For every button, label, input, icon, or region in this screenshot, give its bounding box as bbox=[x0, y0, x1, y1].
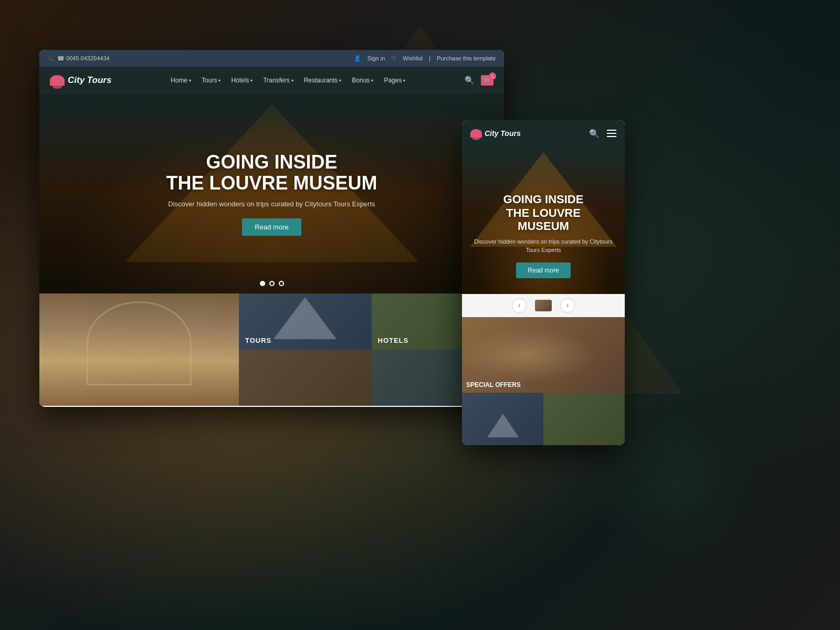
mobile-hero: GOING INSIDE THE LOUVRE MUSEUM Discover … bbox=[462, 147, 625, 294]
mobile-read-more-button[interactable]: Read more bbox=[516, 262, 570, 278]
gallery-main-photo bbox=[39, 293, 239, 406]
mobile-gallery-photo-2[interactable] bbox=[462, 393, 543, 445]
mobile-nav: City Tours 🔍 bbox=[462, 120, 625, 147]
phone-number: ☎ 0045 043204434 bbox=[57, 55, 110, 62]
mobile-logo-icon bbox=[470, 129, 482, 138]
nav-link-transfers[interactable]: Transfers bbox=[263, 77, 293, 84]
mobile-logo-text: City Tours bbox=[485, 129, 521, 138]
mobile-window: City Tours 🔍 GOING INSIDE THE LOUVRE MUS… bbox=[462, 120, 625, 445]
dot-3[interactable] bbox=[279, 281, 284, 286]
dot-2[interactable] bbox=[269, 281, 275, 286]
mobile-gallery: SPECIAL OFFERS bbox=[462, 317, 625, 445]
desktop-hero: GOING INSIDE THE LOUVRE MUSEUM Discover … bbox=[39, 94, 504, 293]
signin-link[interactable]: Sign in bbox=[368, 55, 385, 61]
gallery-tours-photo[interactable]: TOURS bbox=[239, 293, 372, 350]
tours-label: TOURS bbox=[245, 337, 271, 344]
carousel-prev-button[interactable]: ‹ bbox=[512, 298, 527, 313]
gallery-photo-3[interactable] bbox=[239, 350, 372, 406]
nav-link-tours[interactable]: Tours bbox=[202, 77, 220, 84]
nav-icons: 🔍 🛒 1 bbox=[465, 75, 494, 86]
carousel-next-button[interactable]: › bbox=[560, 298, 575, 313]
nav-bar: City Tours Home Tours Hotels Transfers R… bbox=[39, 67, 504, 94]
hero-title: GOING INSIDE THE LOUVRE MUSEUM bbox=[166, 152, 377, 193]
mobile-special-offers-label: SPECIAL OFFERS bbox=[466, 381, 521, 388]
phone-icon: 📞 bbox=[48, 55, 55, 62]
top-bar: 📞 ☎ 0045 043204434 👤 Sign in ♡ Wishlist … bbox=[39, 50, 504, 67]
nav-item-home[interactable]: Home bbox=[171, 77, 191, 84]
hero-subtitle: Discover hidden wonders on trips curated… bbox=[166, 200, 377, 208]
wishlist-link[interactable]: Wishlist bbox=[403, 55, 423, 61]
mobile-gallery-photo-3[interactable] bbox=[543, 393, 625, 445]
nav-link-restaurants[interactable]: Restaurants bbox=[304, 77, 342, 84]
nav-item-restaurants[interactable]: Restaurants bbox=[304, 77, 342, 84]
logo-text: City Tours bbox=[68, 75, 111, 86]
mobile-special-offers-photo[interactable]: SPECIAL OFFERS bbox=[462, 317, 625, 393]
cart-button[interactable]: 🛒 1 bbox=[481, 75, 494, 86]
mobile-nav-icons: 🔍 bbox=[589, 129, 616, 139]
nav-item-transfers[interactable]: Transfers bbox=[263, 77, 293, 84]
hamburger-line-1 bbox=[607, 130, 616, 131]
mobile-hero-subtitle: Discover hidden wonders on trips curated… bbox=[462, 238, 625, 254]
dot-1[interactable] bbox=[260, 281, 265, 286]
desktop-window: 📞 ☎ 0045 043204434 👤 Sign in ♡ Wishlist … bbox=[39, 50, 504, 407]
hero-dots bbox=[260, 281, 284, 286]
hamburger-line-3 bbox=[607, 136, 616, 137]
mobile-carousel-controls: ‹ › bbox=[462, 294, 625, 317]
desktop-logo[interactable]: City Tours bbox=[50, 75, 111, 86]
hero-read-more-button[interactable]: Read more bbox=[242, 218, 301, 236]
desktop-gallery: TOURS HOTELS bbox=[39, 293, 504, 406]
mobile-hero-title: GOING INSIDE THE LOUVRE MUSEUM bbox=[462, 193, 625, 233]
hero-content: GOING INSIDE THE LOUVRE MUSEUM Discover … bbox=[166, 152, 377, 235]
nav-item-hotels[interactable]: Hotels bbox=[231, 77, 253, 84]
top-bar-right: 👤 Sign in ♡ Wishlist | Purchase this tem… bbox=[354, 55, 496, 62]
nav-item-pages[interactable]: Pages bbox=[384, 77, 405, 84]
purchase-link[interactable]: Purchase this template bbox=[437, 55, 496, 61]
separator: | bbox=[429, 55, 430, 61]
mobile-hero-content: GOING INSIDE THE LOUVRE MUSEUM Discover … bbox=[462, 193, 625, 278]
mobile-menu-button[interactable] bbox=[607, 130, 616, 137]
search-icon[interactable]: 🔍 bbox=[465, 76, 475, 85]
top-bar-left: 📞 ☎ 0045 043204434 bbox=[48, 55, 110, 62]
nav-item-bonus[interactable]: Bonus bbox=[352, 77, 373, 84]
fountain-arch bbox=[87, 301, 192, 385]
nav-link-bonus[interactable]: Bonus bbox=[352, 77, 373, 84]
hamburger-line-2 bbox=[607, 133, 616, 134]
user-icon: 👤 bbox=[354, 55, 361, 62]
cart-badge: 1 bbox=[489, 72, 496, 80]
nav-links: Home Tours Hotels Transfers Restaurants … bbox=[171, 77, 405, 84]
heart-icon: ♡ bbox=[391, 55, 396, 62]
nav-link-pages[interactable]: Pages bbox=[384, 77, 405, 84]
nav-item-tours[interactable]: Tours bbox=[202, 77, 220, 84]
logo-icon bbox=[50, 75, 65, 86]
mobile-search-icon[interactable]: 🔍 bbox=[589, 129, 600, 139]
nav-link-hotels[interactable]: Hotels bbox=[231, 77, 253, 84]
carousel-thumbnail bbox=[535, 300, 552, 311]
hotels-label: HOTELS bbox=[378, 337, 409, 344]
mobile-logo[interactable]: City Tours bbox=[470, 129, 521, 138]
nav-link-home[interactable]: Home bbox=[171, 77, 191, 84]
